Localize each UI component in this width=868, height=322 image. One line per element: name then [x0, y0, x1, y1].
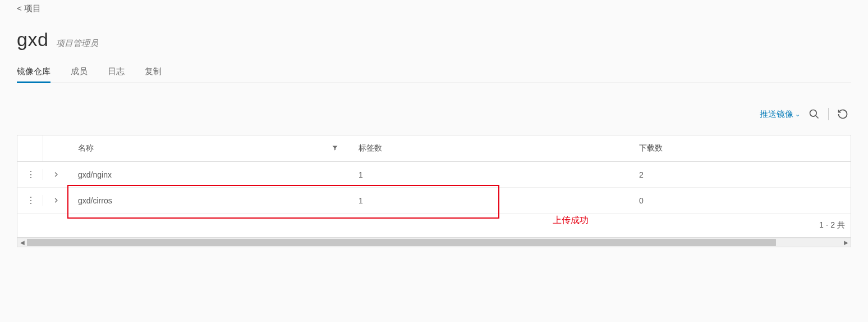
breadcrumb-back[interactable]: < 项目 [17, 3, 851, 14]
scroll-left-icon[interactable]: ◀ [17, 238, 27, 247]
table-row[interactable]: ⋮ gxd/nginx 1 2 [17, 162, 851, 188]
column-tags-header[interactable]: 标签数 [359, 143, 382, 152]
role-label: 项目管理员 [56, 38, 98, 49]
row-expand-button[interactable] [43, 196, 68, 205]
repository-table: 名称 标签数 下载数 ⋮ [17, 135, 851, 238]
cell-downloads: 2 [629, 162, 851, 187]
cell-name[interactable]: gxd/nginx [68, 162, 348, 187]
table-footer: 1 - 2 共 [17, 214, 851, 237]
cell-tags: 1 [348, 188, 629, 213]
table-row[interactable]: ⋮ gxd/cirros 1 0 [17, 188, 851, 214]
scrollbar-thumb[interactable] [27, 239, 776, 246]
tab-logs[interactable]: 日志 [108, 66, 125, 83]
row-actions-button[interactable]: ⋮ [17, 169, 43, 180]
row-actions-button[interactable]: ⋮ [17, 195, 43, 206]
push-image-button[interactable]: 推送镜像 ⌄ [760, 109, 800, 120]
tab-repositories[interactable]: 镜像仓库 [17, 66, 50, 83]
tab-members[interactable]: 成员 [71, 66, 88, 83]
search-icon[interactable] [808, 108, 820, 120]
refresh-icon[interactable] [837, 108, 849, 120]
toolbar-divider [828, 108, 829, 120]
svg-point-0 [810, 110, 817, 117]
push-image-label: 推送镜像 [760, 109, 793, 120]
pagination-count: 1 - 2 共 [819, 220, 845, 230]
cell-downloads: 0 [629, 188, 851, 213]
horizontal-scrollbar[interactable]: ◀ ▶ [17, 238, 851, 247]
kebab-icon: ⋮ [26, 169, 34, 180]
cell-name[interactable]: gxd/cirros [68, 188, 348, 213]
filter-icon[interactable] [332, 144, 338, 153]
kebab-icon: ⋮ [26, 195, 34, 206]
tabs: 镜像仓库 成员 日志 复制 [17, 66, 851, 83]
column-name-header[interactable]: 名称 [78, 143, 94, 153]
scroll-right-icon[interactable]: ▶ [841, 238, 851, 247]
chevron-right-icon [53, 170, 59, 179]
svg-line-1 [816, 116, 819, 119]
column-downloads-header[interactable]: 下载数 [639, 143, 663, 152]
chevron-right-icon [53, 196, 59, 205]
table-header: 名称 标签数 下载数 [17, 135, 851, 162]
cell-tags: 1 [348, 162, 629, 187]
chevron-down-icon: ⌄ [795, 111, 800, 118]
row-expand-button[interactable] [43, 170, 68, 179]
page-title: gxd [17, 29, 48, 51]
tab-replication[interactable]: 复制 [145, 66, 162, 83]
scrollbar-track[interactable] [27, 238, 841, 247]
